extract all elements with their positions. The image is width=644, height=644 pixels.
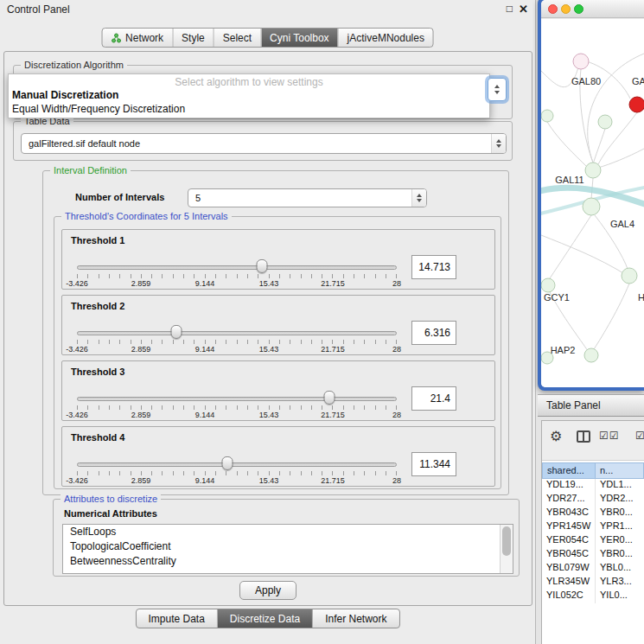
cell[interactable]: YBR0... (596, 507, 644, 520)
slider-thumb[interactable] (170, 325, 182, 339)
threshold-2-panel: Threshold 2 -3.4262.8599.14415.4321.7152… (61, 295, 495, 355)
table-row[interactable]: YBL079W YBL0... (542, 562, 644, 576)
node[interactable] (583, 198, 600, 215)
discretization-algorithm-group-title: Discretization Algorithm (21, 60, 127, 70)
node[interactable] (585, 163, 601, 178)
cell[interactable]: YPR145W (542, 520, 596, 534)
cell[interactable]: YIL052C (542, 590, 596, 603)
cell[interactable]: YDR27... (542, 493, 596, 507)
float-window-icon[interactable]: □ (507, 3, 513, 15)
slider-thumb[interactable] (324, 391, 335, 405)
scale-tick-label: 21.715 (321, 476, 345, 485)
tab-network[interactable]: Network (102, 29, 172, 47)
threshold-1-slider[interactable] (77, 263, 397, 273)
threshold-2-value-field[interactable]: 6.316 (411, 321, 456, 345)
cell[interactable]: YLR3... (596, 576, 644, 590)
table-column-headers: shared... n... (542, 462, 644, 479)
threshold-1-value-field[interactable]: 14.713 (411, 255, 456, 279)
close-icon[interactable]: ✕ (519, 3, 528, 16)
threshold-3-panel: Threshold 3 -3.4262.8599.14415.4321.7152… (61, 360, 495, 421)
selected-node[interactable] (629, 97, 644, 112)
table-panel-toolbar: ⚙ ☑☑ ☑ (542, 421, 644, 461)
cell[interactable]: YIL0... (596, 590, 644, 603)
list-item[interactable]: TopologicalCoefficient (63, 539, 513, 554)
close-traffic-light-icon[interactable] (548, 4, 558, 14)
network-canvas[interactable]: GAL80 GA GAL11 GAL4 GCY1 H HAP2 (541, 19, 644, 387)
slider-track[interactable] (77, 265, 397, 270)
tab-style[interactable]: Style (172, 29, 214, 47)
node[interactable] (622, 268, 637, 284)
network-view-window: GAL80 GA GAL11 GAL4 GCY1 H HAP2 (538, 0, 644, 391)
node[interactable] (584, 348, 598, 362)
scale-tick-label: 2.859 (131, 279, 151, 288)
attributes-group: Attributes to discretize Numerical Attri… (53, 499, 520, 577)
tab-infer-network[interactable]: Infer Network (312, 609, 399, 628)
threshold-3-value-field[interactable]: 21.4 (411, 386, 456, 411)
checkbox-icon[interactable]: ☑ (635, 430, 644, 442)
scale-tick-label: 2.859 (131, 411, 151, 419)
cell[interactable]: YBL079W (542, 562, 596, 576)
cell[interactable]: YBR043C (542, 507, 596, 520)
threshold-3-slider[interactable] (77, 394, 397, 405)
list-item[interactable]: BetweennessCentrality (63, 554, 513, 569)
table-row[interactable]: YDR27... YDR2... (542, 493, 644, 507)
list-scrollbar[interactable] (500, 525, 513, 573)
cell[interactable]: YER0... (596, 534, 644, 548)
table-row[interactable]: YDL19... YDL1... (542, 479, 644, 493)
slider-track[interactable] (77, 462, 397, 467)
apply-button[interactable]: Apply (239, 581, 296, 600)
table-row[interactable]: YPR145W YPR1... (542, 520, 644, 534)
gear-icon[interactable]: ⚙ (550, 428, 562, 444)
table-row[interactable]: YLR345W YLR3... (542, 576, 644, 590)
slider-thumb[interactable] (256, 259, 267, 273)
select-all-checkboxes-icon[interactable]: ☑☑ (599, 430, 620, 442)
algorithm-combobox-stepper[interactable] (488, 78, 507, 101)
node[interactable] (541, 110, 553, 122)
threshold-4-value-field[interactable]: 11.344 (411, 452, 456, 476)
tab-select-label: Select (223, 32, 252, 44)
algorithm-option-manual[interactable]: Manual Discretization (9, 88, 489, 102)
table-row[interactable]: YIL052C YIL0... (542, 590, 644, 603)
table-row[interactable]: YBR043C YBR0... (542, 507, 644, 520)
tab-jactivemnodules[interactable]: jActiveMNodules (338, 29, 433, 47)
zoom-traffic-light-icon[interactable] (574, 4, 583, 14)
algorithm-option-equal-width[interactable]: Equal Width/Frequency Discretization (9, 102, 489, 116)
column-selector-icon[interactable] (577, 430, 590, 443)
tab-cyni-toolbox[interactable]: Cyni Toolbox (260, 29, 337, 47)
scrollbar-thumb[interactable] (502, 526, 511, 556)
node-label: GCY1 (544, 292, 570, 303)
minimize-traffic-light-icon[interactable] (561, 4, 571, 14)
network-window-titlebar (541, 0, 644, 18)
cell[interactable]: YER054C (542, 534, 596, 548)
cell[interactable]: YBL0... (596, 562, 644, 576)
column-header-name[interactable]: n... (596, 462, 644, 479)
tab-impute-data[interactable]: Impute Data (136, 609, 216, 628)
slider-track[interactable] (77, 331, 397, 335)
tab-impute-data-label: Impute Data (148, 613, 204, 625)
tab-select[interactable]: Select (214, 29, 260, 47)
threshold-4-slider[interactable] (77, 460, 397, 470)
table-data-combobox[interactable]: galFiltered.sif default node (21, 133, 507, 154)
cell[interactable]: YPR1... (596, 520, 644, 534)
node[interactable] (598, 115, 612, 129)
cell[interactable]: YBR045C (542, 548, 596, 562)
cell[interactable]: YDL19... (542, 479, 596, 493)
tab-discretize-data[interactable]: Discretize Data (217, 609, 312, 628)
threshold-2-slider[interactable] (77, 328, 397, 339)
cell[interactable]: YBR0... (596, 548, 644, 562)
table-row[interactable]: YER054C YER0... (542, 534, 644, 548)
table-row[interactable]: YBR045C YBR0... (542, 548, 644, 562)
column-header-shared-name[interactable]: shared... (542, 462, 596, 479)
node[interactable] (541, 278, 555, 292)
cell[interactable]: YDR2... (596, 493, 644, 507)
node[interactable] (573, 54, 589, 69)
list-item[interactable]: SelfLoops (63, 525, 513, 539)
scale-tick-label: 15.43 (259, 345, 279, 354)
cell[interactable]: YLR345W (542, 576, 596, 590)
slider-thumb[interactable] (221, 456, 233, 470)
cell[interactable]: YDL1... (596, 479, 644, 493)
threshold-1-panel: Threshold 1 -3.4262.8599.14415.4321.7152… (61, 229, 495, 290)
number-of-intervals-combobox[interactable]: 5 (188, 188, 427, 207)
numerical-attributes-list[interactable]: SelfLoops TopologicalCoefficient Between… (62, 524, 513, 574)
slider-track[interactable] (77, 397, 397, 401)
